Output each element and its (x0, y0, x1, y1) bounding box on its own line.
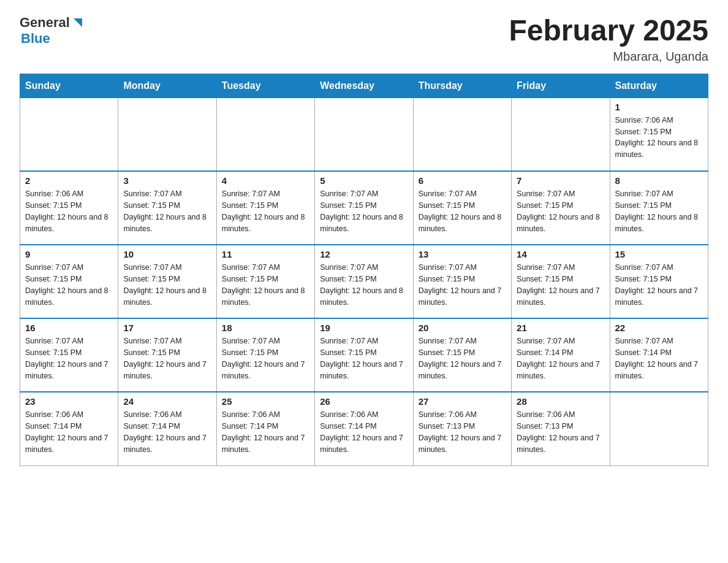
calendar-cell: 20Sunrise: 7:07 AMSunset: 7:15 PMDayligh… (413, 318, 511, 392)
calendar-cell: 14Sunrise: 7:07 AMSunset: 7:15 PMDayligh… (512, 245, 610, 318)
calendar-cell (610, 392, 708, 465)
calendar-cell: 1Sunrise: 7:06 AMSunset: 7:15 PMDaylight… (610, 98, 708, 171)
day-number: 19 (320, 323, 408, 333)
calendar-cell: 6Sunrise: 7:07 AMSunset: 7:15 PMDaylight… (413, 171, 511, 245)
calendar-cell: 10Sunrise: 7:07 AMSunset: 7:15 PMDayligh… (118, 245, 216, 318)
day-number: 15 (615, 249, 703, 259)
location: Mbarara, Uganda (509, 50, 708, 64)
day-info: Sunrise: 7:07 AMSunset: 7:15 PMDaylight:… (419, 188, 506, 234)
day-info: Sunrise: 7:07 AMSunset: 7:15 PMDaylight:… (25, 335, 113, 381)
calendar-cell: 13Sunrise: 7:07 AMSunset: 7:15 PMDayligh… (413, 245, 511, 318)
calendar-cell (216, 98, 314, 171)
day-number: 6 (419, 175, 506, 186)
calendar-cell (118, 98, 216, 171)
calendar-cell (315, 98, 413, 171)
calendar-cell: 26Sunrise: 7:06 AMSunset: 7:14 PMDayligh… (315, 392, 413, 465)
day-info: Sunrise: 7:07 AMSunset: 7:15 PMDaylight:… (615, 188, 703, 234)
col-tuesday: Tuesday (216, 74, 314, 98)
day-info: Sunrise: 7:07 AMSunset: 7:15 PMDaylight:… (615, 262, 703, 308)
day-number: 16 (25, 323, 113, 333)
calendar-cell: 11Sunrise: 7:07 AMSunset: 7:15 PMDayligh… (216, 245, 314, 318)
month-title: February 2025 (509, 15, 708, 47)
day-info: Sunrise: 7:07 AMSunset: 7:15 PMDaylight:… (419, 262, 506, 308)
calendar-cell: 27Sunrise: 7:06 AMSunset: 7:13 PMDayligh… (413, 392, 511, 465)
day-number: 18 (222, 323, 309, 333)
calendar-cell: 16Sunrise: 7:07 AMSunset: 7:15 PMDayligh… (20, 318, 118, 392)
day-info: Sunrise: 7:07 AMSunset: 7:15 PMDaylight:… (517, 262, 604, 308)
day-number: 5 (320, 175, 408, 186)
col-thursday: Thursday (413, 74, 511, 98)
logo-general-text: General (20, 15, 70, 31)
day-info: Sunrise: 7:07 AMSunset: 7:15 PMDaylight:… (222, 335, 309, 381)
day-number: 20 (419, 323, 506, 333)
day-number: 12 (320, 249, 408, 259)
day-number: 27 (419, 396, 506, 407)
day-number: 10 (123, 249, 211, 259)
title-block: February 2025 Mbarara, Uganda (509, 15, 708, 64)
day-info: Sunrise: 7:07 AMSunset: 7:15 PMDaylight:… (25, 262, 113, 308)
calendar-cell: 4Sunrise: 7:07 AMSunset: 7:15 PMDaylight… (216, 171, 314, 245)
calendar-cell: 3Sunrise: 7:07 AMSunset: 7:15 PMDaylight… (118, 171, 216, 245)
day-number: 17 (123, 323, 211, 333)
calendar-cell: 25Sunrise: 7:06 AMSunset: 7:14 PMDayligh… (216, 392, 314, 465)
day-number: 3 (123, 175, 211, 186)
day-number: 14 (517, 249, 604, 259)
calendar-cell: 2Sunrise: 7:06 AMSunset: 7:15 PMDaylight… (20, 171, 118, 245)
logo-blue-text: Blue (21, 31, 50, 47)
day-number: 1 (615, 102, 703, 112)
col-monday: Monday (118, 74, 216, 98)
day-info: Sunrise: 7:06 AMSunset: 7:15 PMDaylight:… (25, 188, 113, 234)
calendar-cell: 12Sunrise: 7:07 AMSunset: 7:15 PMDayligh… (315, 245, 413, 318)
day-number: 4 (222, 175, 309, 186)
logo-triangle-icon (71, 16, 85, 29)
calendar-header-row: Sunday Monday Tuesday Wednesday Thursday… (20, 74, 708, 98)
day-info: Sunrise: 7:07 AMSunset: 7:15 PMDaylight:… (320, 188, 408, 234)
day-number: 24 (123, 396, 211, 407)
calendar-cell: 22Sunrise: 7:07 AMSunset: 7:14 PMDayligh… (610, 318, 708, 392)
day-info: Sunrise: 7:06 AMSunset: 7:13 PMDaylight:… (419, 409, 506, 455)
calendar-cell: 9Sunrise: 7:07 AMSunset: 7:15 PMDaylight… (20, 245, 118, 318)
day-number: 7 (517, 175, 604, 186)
day-number: 21 (517, 323, 604, 333)
day-number: 23 (25, 396, 113, 407)
calendar-cell: 8Sunrise: 7:07 AMSunset: 7:15 PMDaylight… (610, 171, 708, 245)
day-info: Sunrise: 7:07 AMSunset: 7:14 PMDaylight:… (615, 335, 703, 381)
calendar-cell: 18Sunrise: 7:07 AMSunset: 7:15 PMDayligh… (216, 318, 314, 392)
day-number: 26 (320, 396, 408, 407)
day-info: Sunrise: 7:06 AMSunset: 7:15 PMDaylight:… (615, 115, 703, 161)
col-friday: Friday (512, 74, 610, 98)
day-info: Sunrise: 7:07 AMSunset: 7:15 PMDaylight:… (123, 188, 211, 234)
day-number: 25 (222, 396, 309, 407)
day-info: Sunrise: 7:07 AMSunset: 7:15 PMDaylight:… (123, 262, 211, 308)
calendar-cell: 24Sunrise: 7:06 AMSunset: 7:14 PMDayligh… (118, 392, 216, 465)
day-number: 22 (615, 323, 703, 333)
day-info: Sunrise: 7:07 AMSunset: 7:15 PMDaylight:… (222, 188, 309, 234)
svg-marker-0 (74, 18, 82, 27)
calendar-table: Sunday Monday Tuesday Wednesday Thursday… (20, 74, 708, 466)
calendar-cell: 21Sunrise: 7:07 AMSunset: 7:14 PMDayligh… (512, 318, 610, 392)
calendar-cell: 28Sunrise: 7:06 AMSunset: 7:13 PMDayligh… (512, 392, 610, 465)
day-number: 8 (615, 175, 703, 186)
col-sunday: Sunday (20, 74, 118, 98)
calendar-cell: 19Sunrise: 7:07 AMSunset: 7:15 PMDayligh… (315, 318, 413, 392)
day-info: Sunrise: 7:07 AMSunset: 7:15 PMDaylight:… (320, 262, 408, 308)
day-info: Sunrise: 7:07 AMSunset: 7:15 PMDaylight:… (517, 188, 604, 234)
calendar-cell (413, 98, 511, 171)
calendar-cell (512, 98, 610, 171)
day-number: 13 (419, 249, 506, 259)
day-info: Sunrise: 7:07 AMSunset: 7:15 PMDaylight:… (222, 262, 309, 308)
day-info: Sunrise: 7:06 AMSunset: 7:14 PMDaylight:… (222, 409, 309, 455)
col-wednesday: Wednesday (315, 74, 413, 98)
day-number: 9 (25, 249, 113, 259)
day-info: Sunrise: 7:06 AMSunset: 7:14 PMDaylight:… (25, 409, 113, 455)
day-info: Sunrise: 7:07 AMSunset: 7:15 PMDaylight:… (123, 335, 211, 381)
col-saturday: Saturday (610, 74, 708, 98)
calendar-cell: 23Sunrise: 7:06 AMSunset: 7:14 PMDayligh… (20, 392, 118, 465)
calendar-cell: 15Sunrise: 7:07 AMSunset: 7:15 PMDayligh… (610, 245, 708, 318)
calendar-cell: 17Sunrise: 7:07 AMSunset: 7:15 PMDayligh… (118, 318, 216, 392)
logo: General Blue (20, 15, 85, 47)
calendar-cell: 5Sunrise: 7:07 AMSunset: 7:15 PMDaylight… (315, 171, 413, 245)
day-number: 11 (222, 249, 309, 259)
page-header: General Blue February 2025 Mbarara, Ugan… (20, 15, 708, 64)
day-number: 2 (25, 175, 113, 186)
